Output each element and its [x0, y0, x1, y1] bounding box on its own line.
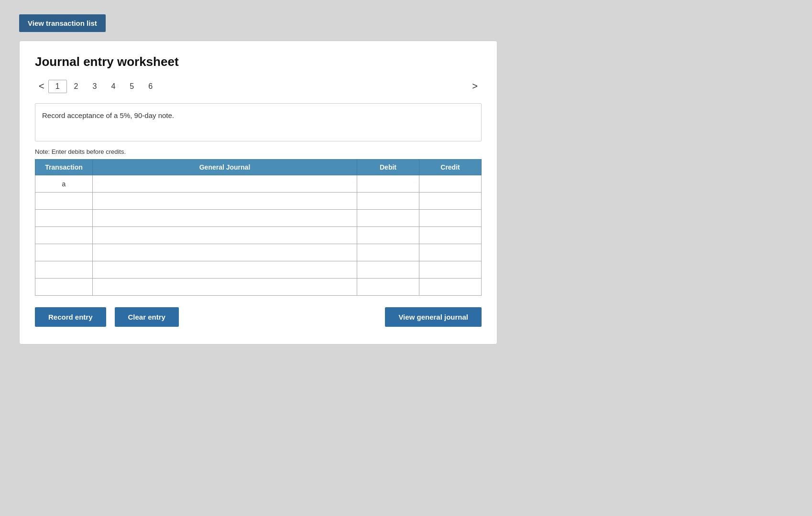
credit-cell-6[interactable]: [419, 261, 482, 279]
debit-input-1[interactable]: [359, 175, 417, 192]
debit-input-3[interactable]: [359, 210, 417, 226]
debit-input-7[interactable]: [359, 279, 417, 295]
general-journal-cell-6[interactable]: [93, 261, 357, 279]
debit-cell-1[interactable]: [357, 175, 419, 193]
description-box: Record acceptance of a 5%, 90-day note.: [35, 103, 482, 141]
page-6[interactable]: 6: [141, 80, 160, 93]
right-buttons: View general journal: [385, 307, 482, 327]
credit-input-1[interactable]: [421, 175, 479, 192]
debit-cell-3[interactable]: [357, 210, 419, 227]
table-row: a: [35, 175, 482, 193]
general-journal-cell-2[interactable]: [93, 193, 357, 210]
general-journal-input-3[interactable]: [95, 210, 355, 226]
page-1[interactable]: 1: [48, 80, 67, 93]
table-row: [35, 244, 482, 261]
debit-input-6[interactable]: [359, 261, 417, 278]
general-journal-input-7[interactable]: [95, 279, 355, 295]
debit-header: Debit: [357, 160, 419, 175]
page-4[interactable]: 4: [104, 80, 122, 93]
credit-input-4[interactable]: [421, 227, 479, 244]
general-journal-header: General Journal: [93, 160, 357, 175]
table-row: [35, 279, 482, 296]
general-journal-cell-7[interactable]: [93, 279, 357, 296]
credit-cell-4[interactable]: [419, 227, 482, 244]
general-journal-cell-1[interactable]: [93, 175, 357, 193]
debit-cell-7[interactable]: [357, 279, 419, 296]
page-2[interactable]: 2: [67, 80, 86, 93]
credit-cell-1[interactable]: [419, 175, 482, 193]
left-buttons: Record entry Clear entry: [35, 307, 179, 327]
general-journal-cell-5[interactable]: [93, 244, 357, 261]
transaction-cell-6: [35, 261, 93, 279]
view-general-journal-button[interactable]: View general journal: [385, 307, 482, 327]
next-page-button[interactable]: >: [468, 79, 482, 94]
general-journal-cell-3[interactable]: [93, 210, 357, 227]
general-journal-input-4[interactable]: [95, 227, 355, 244]
credit-input-5[interactable]: [421, 244, 479, 261]
table-row: [35, 193, 482, 210]
table-row: [35, 261, 482, 279]
general-journal-cell-4[interactable]: [93, 227, 357, 244]
general-journal-input-1[interactable]: [95, 175, 355, 192]
page-3[interactable]: 3: [86, 80, 104, 93]
credit-input-7[interactable]: [421, 279, 479, 295]
debit-input-5[interactable]: [359, 244, 417, 261]
table-row: [35, 210, 482, 227]
debit-cell-6[interactable]: [357, 261, 419, 279]
clear-entry-button[interactable]: Clear entry: [115, 307, 179, 327]
journal-table: Transaction General Journal Debit Credit…: [35, 159, 482, 296]
credit-header: Credit: [419, 160, 482, 175]
transaction-header: Transaction: [35, 160, 93, 175]
view-transaction-button[interactable]: View transaction list: [19, 14, 106, 32]
general-journal-input-2[interactable]: [95, 193, 355, 209]
debit-cell-5[interactable]: [357, 244, 419, 261]
credit-input-6[interactable]: [421, 261, 479, 278]
transaction-cell-7: [35, 279, 93, 296]
action-buttons-row: Record entry Clear entry View general jo…: [35, 307, 482, 327]
debit-cell-2[interactable]: [357, 193, 419, 210]
pagination: < 1 2 3 4 5 6 >: [35, 79, 482, 94]
credit-input-3[interactable]: [421, 210, 479, 226]
note-text: Note: Enter debits before credits.: [35, 148, 482, 155]
general-journal-input-5[interactable]: [95, 244, 355, 261]
prev-page-button[interactable]: <: [35, 79, 48, 94]
transaction-cell-5: [35, 244, 93, 261]
worksheet-container: Journal entry worksheet < 1 2 3 4 5 6 > …: [19, 41, 497, 344]
credit-cell-7[interactable]: [419, 279, 482, 296]
credit-cell-5[interactable]: [419, 244, 482, 261]
page-5[interactable]: 5: [122, 80, 141, 93]
debit-input-2[interactable]: [359, 193, 417, 209]
credit-input-2[interactable]: [421, 193, 479, 209]
transaction-cell-1: a: [35, 175, 93, 193]
credit-cell-3[interactable]: [419, 210, 482, 227]
transaction-cell-3: [35, 210, 93, 227]
worksheet-title: Journal entry worksheet: [35, 54, 482, 69]
credit-cell-2[interactable]: [419, 193, 482, 210]
debit-cell-4[interactable]: [357, 227, 419, 244]
debit-input-4[interactable]: [359, 227, 417, 244]
table-row: [35, 227, 482, 244]
transaction-cell-4: [35, 227, 93, 244]
general-journal-input-6[interactable]: [95, 261, 355, 278]
transaction-cell-2: [35, 193, 93, 210]
record-entry-button[interactable]: Record entry: [35, 307, 106, 327]
